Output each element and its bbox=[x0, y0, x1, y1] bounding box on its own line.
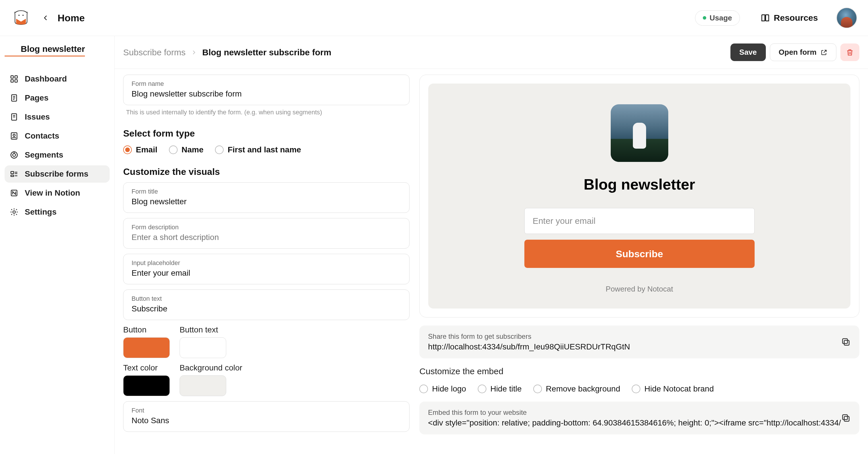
sidebar-item-segments[interactable]: Segments bbox=[5, 146, 110, 164]
save-button[interactable]: Save bbox=[731, 44, 766, 61]
segments-icon bbox=[10, 151, 19, 159]
usage-status-dot bbox=[703, 16, 706, 20]
field-label: Form name bbox=[131, 80, 401, 88]
check-remove-background[interactable]: Remove background bbox=[533, 384, 620, 394]
sidebar-item-subscribe-forms[interactable]: Subscribe forms bbox=[5, 165, 110, 182]
share-card: Share this form to get subscribers http:… bbox=[419, 325, 859, 358]
radio-name[interactable]: Name bbox=[169, 145, 204, 154]
radio-circle bbox=[123, 145, 132, 154]
svg-point-24 bbox=[13, 211, 16, 214]
form-name-input[interactable] bbox=[131, 89, 401, 98]
resources-button[interactable]: Resources bbox=[761, 13, 818, 23]
sidebar-item-label: Pages bbox=[25, 93, 49, 103]
sidebar-item-label: Subscribe forms bbox=[25, 169, 88, 179]
button-text-field[interactable]: Button text bbox=[123, 289, 409, 320]
button-text-input[interactable] bbox=[131, 304, 401, 313]
color-swatch-text[interactable] bbox=[123, 375, 170, 396]
topbar: Home Usage Resources bbox=[0, 0, 868, 36]
svg-rect-27 bbox=[844, 416, 849, 421]
sidebar-item-dashboard[interactable]: Dashboard bbox=[5, 70, 110, 88]
radio-email[interactable]: Email bbox=[123, 145, 157, 154]
section-customize-visuals: Customize the visuals bbox=[123, 167, 409, 177]
svg-rect-19 bbox=[11, 175, 14, 177]
preview-inner: Blog newsletter Enter your email Subscri… bbox=[428, 84, 850, 309]
color-label-background: Background color bbox=[180, 363, 242, 372]
embed-code[interactable]: <div style="position: relative; padding-… bbox=[428, 418, 841, 427]
sidebar-item-label: View in Notion bbox=[25, 189, 80, 198]
sidebar-item-issues[interactable]: Issues bbox=[5, 108, 110, 125]
open-form-label: Open form bbox=[779, 48, 816, 57]
preview-subscribe-button[interactable]: Subscribe bbox=[524, 240, 754, 268]
checkbox-circle bbox=[533, 385, 542, 393]
preview-column: Blog newsletter Enter your email Subscri… bbox=[419, 75, 859, 454]
check-hide-logo[interactable]: Hide logo bbox=[419, 384, 466, 394]
input-placeholder-field[interactable]: Input placeholder bbox=[123, 254, 409, 284]
open-form-button[interactable]: Open form bbox=[770, 44, 836, 61]
sidebar: Blog newsletter Dashboard Pages Issues C… bbox=[0, 36, 115, 454]
section-select-form-type: Select form type bbox=[123, 128, 409, 139]
check-hide-title[interactable]: Hide title bbox=[478, 384, 522, 394]
embed-code-label: Embed this form to your website bbox=[428, 408, 841, 417]
field-label: Form title bbox=[131, 188, 401, 195]
font-field[interactable]: Font bbox=[123, 401, 409, 432]
checkbox-circle bbox=[632, 385, 640, 393]
preview-email-input[interactable]: Enter your email bbox=[524, 208, 754, 234]
chevron-right-icon bbox=[191, 50, 196, 55]
field-label: Form description bbox=[131, 224, 401, 231]
usage-button[interactable]: Usage bbox=[695, 10, 740, 26]
svg-rect-18 bbox=[11, 171, 14, 174]
share-url[interactable]: http://localhost:4334/sub/frm_Ieu98QiiUE… bbox=[428, 342, 841, 351]
delete-button[interactable] bbox=[840, 44, 859, 61]
form-title-input[interactable] bbox=[131, 197, 401, 206]
sidebar-item-contacts[interactable]: Contacts bbox=[5, 127, 110, 145]
color-swatch-button[interactable] bbox=[123, 337, 170, 358]
svg-point-16 bbox=[13, 153, 16, 157]
check-label: Remove background bbox=[546, 384, 620, 394]
book-icon bbox=[761, 13, 770, 23]
form-description-field[interactable]: Form description bbox=[123, 218, 409, 249]
color-label-text: Text color bbox=[123, 363, 170, 372]
sidebar-title[interactable]: Blog newsletter bbox=[5, 44, 85, 56]
checkbox-circle bbox=[478, 385, 486, 393]
sidebar-item-label: Issues bbox=[25, 112, 50, 121]
check-hide-brand[interactable]: Hide Notocat brand bbox=[632, 384, 714, 394]
radio-label: Name bbox=[182, 145, 204, 154]
page-title-home[interactable]: Home bbox=[58, 12, 85, 24]
radio-circle bbox=[215, 145, 224, 154]
preview-powered-by[interactable]: Powered by Notocat bbox=[606, 285, 673, 293]
font-input[interactable] bbox=[131, 416, 401, 425]
copy-icon[interactable] bbox=[841, 337, 851, 347]
color-swatch-background[interactable] bbox=[180, 375, 226, 396]
color-swatch-button-text[interactable] bbox=[180, 337, 226, 358]
app-logo[interactable] bbox=[13, 10, 29, 26]
check-label: Hide Notocat brand bbox=[644, 384, 714, 394]
sidebar-item-view-in-notion[interactable]: View in Notion bbox=[5, 185, 110, 202]
radio-label: Email bbox=[136, 145, 157, 154]
sidebar-item-label: Contacts bbox=[25, 131, 59, 141]
subscribe-forms-icon bbox=[10, 170, 19, 178]
radio-first-last-name[interactable]: First and last name bbox=[215, 145, 301, 154]
preview-title: Blog newsletter bbox=[584, 176, 695, 193]
embed-options: Hide logo Hide title Remove background H… bbox=[419, 384, 859, 394]
copy-icon[interactable] bbox=[841, 413, 851, 423]
issues-icon bbox=[10, 113, 19, 121]
input-placeholder-input[interactable] bbox=[131, 268, 401, 278]
content-header: Subscribe forms Blog newsletter subscrib… bbox=[115, 36, 868, 69]
check-label: Hide title bbox=[490, 384, 522, 394]
sidebar-item-label: Segments bbox=[25, 150, 63, 160]
sidebar-item-label: Dashboard bbox=[25, 74, 67, 84]
breadcrumb-parent[interactable]: Subscribe forms bbox=[123, 48, 186, 57]
back-icon[interactable] bbox=[42, 15, 49, 21]
breadcrumb: Subscribe forms Blog newsletter subscrib… bbox=[123, 48, 331, 57]
form-description-input[interactable] bbox=[131, 233, 401, 242]
form-name-field[interactable]: Form name bbox=[123, 75, 409, 105]
form-name-hint: This is used internally to identify the … bbox=[123, 109, 409, 116]
form-title-field[interactable]: Form title bbox=[123, 182, 409, 213]
sidebar-item-pages[interactable]: Pages bbox=[5, 89, 110, 107]
sidebar-item-settings[interactable]: Settings bbox=[5, 203, 110, 221]
avatar[interactable] bbox=[836, 7, 857, 28]
svg-point-0 bbox=[19, 15, 20, 16]
radio-circle bbox=[169, 145, 178, 154]
contacts-icon bbox=[10, 132, 19, 140]
external-link-icon bbox=[820, 49, 828, 56]
